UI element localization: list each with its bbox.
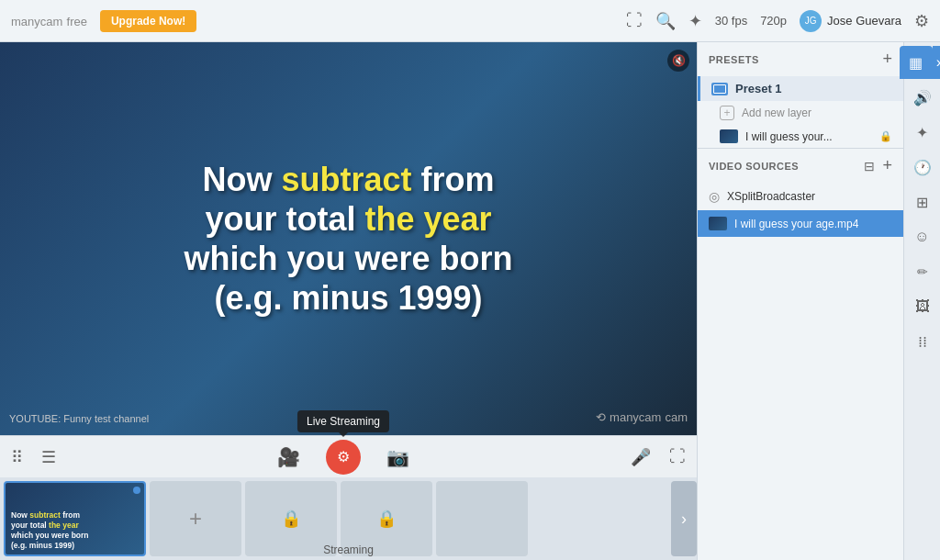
upgrade-button[interactable]: Upgrade Now! [100,10,196,32]
right-panel: PRESETS + Preset 1 + Add new layer I wil… [697,42,940,560]
video-section: Now subtract from your total the year wh… [0,42,697,560]
thumb-active-indicator [133,487,140,494]
xsplit-icon: ◎ [709,189,720,204]
live-streaming-button[interactable]: ⚙ [326,440,361,475]
image-panel-icon[interactable]: 🖼 [906,290,939,323]
resolution-label: 720p [760,14,787,28]
video-canvas: Now subtract from your total the year wh… [0,42,697,435]
user-info: JG Jose Guevara [800,10,901,32]
mute-icon[interactable]: 🔇 [667,50,689,72]
audio-panel-icon[interactable]: 🔊 [906,81,939,114]
crop-icon[interactable]: ⛶ [626,11,643,30]
empty-slot [436,481,528,556]
video-sources-header: VIDEO SOURCES ⊟ + [698,149,903,183]
presets-section: PRESETS + Preset 1 + Add new layer I wil… [698,42,903,149]
add-layer-icon: + [720,106,734,120]
source-video-file[interactable]: I will guess your age.mp4 [698,210,903,237]
presets-header: PRESETS + [698,42,903,76]
center-controls: 🎥 ⚙ Live Streaming 📷 [277,440,409,475]
preset-label: Preset 1 [735,82,892,95]
fps-label: 30 fps [715,14,747,28]
streaming-label: Streaming [323,543,374,556]
video-content: Now subtract from your total the year wh… [0,42,697,435]
zoom-icon[interactable]: 🔍 [655,11,676,31]
panel-chevron[interactable]: › [933,46,941,79]
grid-panel-icon[interactable]: ⁞⁞ [906,325,939,358]
thumbnail-main[interactable]: Now subtract from your total the year wh… [4,481,146,556]
media-panel-icon[interactable]: ⊞ [906,185,939,218]
presets-title: PRESETS [709,54,875,65]
text-now: Now [202,161,281,198]
drag-icon[interactable]: ⠿ [11,447,23,467]
preset-icon [711,83,728,95]
camera-icon[interactable]: 🎥 [277,446,300,468]
user-name: Jose Guevara [827,14,901,28]
video-sources-section: VIDEO SOURCES ⊟ + ◎ XSplitBroadcaster I … [698,149,903,560]
manycam-watermark: ⟲ manycamcam [596,410,688,424]
user-avatar: JG [800,10,822,32]
layer-label: I will guess your... [745,130,872,143]
fullscreen-icon[interactable]: ⛶ [669,447,686,466]
add-layer-label: Add new layer [742,106,811,119]
text-the-year: the year [364,200,491,238]
layer-thumbnail [720,129,738,143]
video-file-label: I will guess your age.mp4 [734,218,892,230]
microphone-icon[interactable]: 🎤 [631,447,651,467]
add-preset-button[interactable]: + [150,481,241,556]
app-logo: manycam free [11,13,87,28]
history-panel-icon[interactable]: 🕐 [906,151,939,184]
source-xsplit[interactable]: ◎ XSplitBroadcaster [698,183,903,210]
panel-icons: ▦ › 🔊 ✦ 🕐 ⊞ ☺ ✏ 🖼 ⁞⁞ [903,42,940,560]
bottom-controls: ⠿ ☰ 🎥 ⚙ Live Streaming 📷 🎤 ⛶ [0,435,697,477]
add-source-icon[interactable]: + [882,156,892,175]
face-panel-icon[interactable]: ☺ [906,220,939,253]
main-area: Now subtract from your total the year wh… [0,42,940,560]
app-name: manycam [11,15,62,28]
video-watermark: YOUTUBE: Funny test channel ⟲ manycamcam [0,410,697,424]
video-text: Now subtract from your total the year wh… [184,160,512,319]
text-eg: (e.g. minus 1999) [214,279,482,317]
list-icon[interactable]: ☰ [41,447,56,467]
text-from: from [412,161,495,198]
video-sources-title: VIDEO SOURCES [709,161,856,172]
snapshot-icon[interactable]: 📷 [386,446,409,468]
layer-lock-icon: 🔒 [879,130,892,142]
youtube-label: YOUTUBE: Funny test channel [9,413,149,424]
add-layer-item[interactable]: + Add new layer [698,101,903,125]
xsplit-label: XSplitBroadcaster [727,190,892,203]
filter-icon[interactable]: ⊟ [864,159,875,174]
edit-panel-icon[interactable]: ✏ [906,255,939,288]
preset-item[interactable]: Preset 1 [698,76,903,101]
thumbnail-strip: Now subtract from your total the year wh… [0,477,697,560]
app-tier: free [67,15,87,28]
presets-panel-icon[interactable]: ▦ [900,46,933,79]
settings-icon[interactable]: ⚙ [914,11,929,31]
layer-item[interactable]: I will guess your... 🔒 [698,125,903,148]
text-your-total: your total [205,200,364,238]
text-which-born: which you were born [184,240,512,277]
topbar: manycam free Upgrade Now! ⛶ 🔍 ✦ 30 fps 7… [0,0,940,42]
panel-main: PRESETS + Preset 1 + Add new layer I wil… [698,42,903,560]
text-subtract: subtract [281,161,411,198]
fx-panel-icon[interactable]: ✦ [906,116,939,149]
video-file-thumb [709,217,727,230]
thumb-text: Now subtract from your total the year wh… [11,510,139,551]
brightness-icon[interactable]: ✦ [688,11,702,31]
add-preset-icon[interactable]: + [882,50,892,69]
strip-next-button[interactable]: › [671,481,697,556]
